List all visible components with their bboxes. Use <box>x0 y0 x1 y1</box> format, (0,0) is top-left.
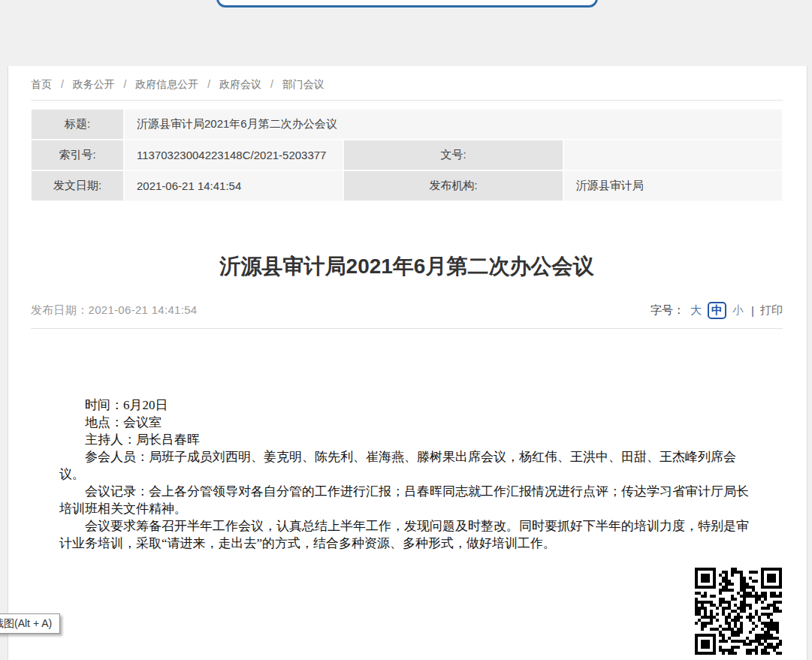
table-row: 标题: 沂源县审计局2021年6月第二次办公会议 <box>31 109 783 140</box>
breadcrumb-zhengwu[interactable]: 政务公开 <box>73 78 115 90</box>
meta-label-agency: 发布机构: <box>343 170 563 201</box>
breadcrumb-separator: / <box>124 78 127 90</box>
meta-table: 标题: 沂源县审计局2021年6月第二次办公会议 索引号: 1137032300… <box>31 109 783 201</box>
article-paragraph: 会议记录：会上各分管领导对各自分管的工作进行汇报；吕春晖同志就工作汇报情况进行点… <box>59 483 758 517</box>
content-panel: 首页 / 政务公开 / 政府信息公开 / 政府会议 / 部门会议 标题: 沂源县… <box>8 66 807 660</box>
meta-label-title: 标题: <box>31 109 124 140</box>
print-button[interactable]: 打印 <box>760 303 783 318</box>
article-tools: 字号： 大 中 小 | 打印 <box>651 302 783 319</box>
meta-label-pubdate: 发文日期: <box>31 170 124 201</box>
publish-date-value: 2021-06-21 14:41:54 <box>89 303 198 316</box>
page-title: 沂源县审计局2021年6月第二次办公会议 <box>31 254 783 279</box>
article-meta-row: 发布日期：2021-06-21 14:41:54 字号： 大 中 小 | 打印 <box>31 300 783 321</box>
article-paragraph: 时间：6月20日 <box>59 396 758 414</box>
breadcrumb-dept-meeting[interactable]: 部门会议 <box>282 78 324 90</box>
publish-date: 发布日期：2021-06-21 14:41:54 <box>31 303 198 318</box>
search-box-cutoff[interactable] <box>216 0 598 8</box>
article-body: 时间：6月20日 地点：会议室 主持人：局长吕春晖 参会人员：局班子成员刘西明、… <box>59 396 758 552</box>
article-paragraph: 参会人员：局班子成员刘西明、姜克明、陈先利、崔海燕、滕树果出席会议，杨红伟、王洪… <box>59 448 758 483</box>
qr-code <box>692 565 785 658</box>
meta-label-index: 索引号: <box>31 140 124 170</box>
breadcrumb-separator: / <box>61 78 64 90</box>
article-paragraph: 主持人：局长吕春晖 <box>59 431 758 448</box>
meta-value-index: 11370323004223148C/2021-5203377 <box>124 140 343 170</box>
article-paragraph: 地点：会议室 <box>59 414 758 431</box>
breadcrumb-gov-info[interactable]: 政府信息公开 <box>135 78 198 90</box>
page: 首页 / 政务公开 / 政府信息公开 / 政府会议 / 部门会议 标题: 沂源县… <box>0 0 812 660</box>
breadcrumb-divider <box>31 100 783 101</box>
screenshot-tooltip: 截图(Alt + A) <box>0 613 60 634</box>
meta-label-docnum: 文号: <box>343 140 563 170</box>
article-paragraph: 会议要求筹备召开半年工作会议，认真总结上半年工作，发现问题及时整改。同时要抓好下… <box>59 517 758 552</box>
screenshot-tooltip-text: 截图(Alt + A) <box>0 617 52 629</box>
breadcrumb-home[interactable]: 首页 <box>31 78 52 90</box>
breadcrumb-separator: / <box>207 78 210 90</box>
font-size-small-button[interactable]: 小 <box>732 303 744 318</box>
breadcrumb-separator: / <box>270 78 273 90</box>
table-row: 发文日期: 2021-06-21 14:41:54 发布机构: 沂源县审计局 <box>31 170 783 201</box>
table-row: 索引号: 11370323004223148C/2021-5203377 文号: <box>31 140 783 170</box>
article-divider <box>31 328 783 329</box>
meta-value-title: 沂源县审计局2021年6月第二次办公会议 <box>124 109 783 140</box>
breadcrumb: 首页 / 政务公开 / 政府信息公开 / 政府会议 / 部门会议 <box>31 78 324 92</box>
meta-value-agency: 沂源县审计局 <box>563 170 783 201</box>
font-size-medium-button[interactable]: 中 <box>708 302 726 319</box>
font-size-large-button[interactable]: 大 <box>690 303 702 318</box>
meta-value-pubdate: 2021-06-21 14:41:54 <box>124 170 343 201</box>
publish-date-label: 发布日期： <box>31 303 89 316</box>
meta-value-docnum <box>563 140 783 170</box>
tools-separator: | <box>751 304 754 317</box>
breadcrumb-gov-meeting[interactable]: 政府会议 <box>219 78 261 90</box>
font-size-label: 字号： <box>651 303 684 318</box>
